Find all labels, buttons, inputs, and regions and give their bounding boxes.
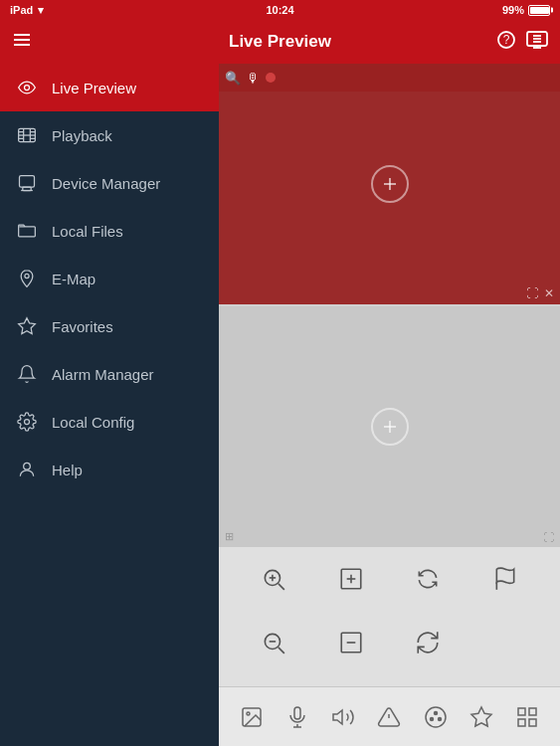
status-time: 10:24	[266, 4, 293, 16]
sidebar-label-live-preview: Live Preview	[52, 80, 136, 96]
svg-point-55	[438, 717, 441, 720]
status-bar-right: 99%	[502, 4, 550, 16]
carrier-label: iPad	[10, 4, 33, 16]
close-icon-tr[interactable]: ✕	[544, 286, 554, 300]
toolbar-row-1	[219, 547, 560, 611]
add-button-bottom[interactable]	[371, 408, 409, 446]
content-area: 🔍 🎙 ⛶ ✕ ⊞ ⛶	[219, 64, 560, 746]
collapse-button[interactable]	[316, 621, 386, 664]
sidebar-label-playback: Playback	[52, 127, 112, 144]
zoom-strip-icon[interactable]: 🔍	[225, 71, 241, 86]
empty-slot	[470, 621, 540, 664]
record-dot[interactable]	[266, 73, 276, 83]
video-cell-top-left: 🔍 🎙 ⛶ ✕	[219, 64, 560, 304]
dock-grid-button[interactable]	[507, 697, 547, 737]
svg-point-12	[25, 86, 30, 91]
status-bar: iPad ▾ 10:24 99%	[0, 0, 560, 20]
dock-palette-button[interactable]	[416, 697, 456, 737]
sidebar-item-playback[interactable]: Playback	[0, 111, 219, 159]
main-layout: Live Preview Playback Device Manager Loc…	[0, 64, 560, 746]
svg-point-52	[426, 707, 446, 727]
svg-point-45	[247, 712, 250, 715]
svg-rect-58	[518, 719, 525, 726]
sidebar-item-alarm-manager[interactable]: Alarm Manager	[0, 350, 219, 398]
sidebar-item-device-manager[interactable]: Device Manager	[0, 159, 219, 207]
battery-percent: 99%	[502, 4, 524, 16]
svg-rect-46	[294, 707, 300, 719]
svg-point-25	[25, 420, 30, 425]
svg-point-26	[24, 463, 31, 469]
dock-warning-button[interactable]	[369, 697, 409, 737]
svg-point-24	[25, 274, 29, 278]
sidebar-item-live-preview[interactable]: Live Preview	[0, 64, 219, 111]
svg-rect-56	[518, 708, 525, 715]
svg-point-53	[430, 717, 433, 720]
help-icon[interactable]: ?	[496, 30, 516, 55]
video-cell-bottom-left: ⊞ ⛶	[219, 306, 560, 547]
star-icon	[16, 315, 38, 337]
fullscreen-icon-tr[interactable]: ⛶	[526, 286, 538, 300]
battery-icon	[528, 5, 550, 16]
page-title: Live Preview	[229, 32, 331, 52]
sidebar-item-e-map[interactable]: E-Map	[0, 255, 219, 302]
expand-button[interactable]	[316, 557, 386, 601]
svg-line-32	[279, 584, 284, 590]
video-bottom-right-coords: ⛶	[543, 531, 554, 543]
device-icon	[16, 172, 38, 194]
sidebar-label-help: Help	[52, 462, 83, 478]
zoom-out-button[interactable]	[239, 621, 308, 664]
mic-strip-icon[interactable]: 🎙	[247, 71, 260, 86]
svg-point-54	[434, 711, 437, 714]
sidebar-item-help[interactable]: Help	[0, 446, 219, 493]
video-bottom-left-coords: ⊞	[225, 530, 234, 543]
cycle-button[interactable]	[394, 621, 464, 664]
video-overlay-br-top: ⛶ ✕	[520, 282, 560, 304]
wifi-icon: ▾	[38, 4, 44, 17]
sidebar-label-local-files: Local Files	[52, 223, 123, 240]
map-pin-icon	[16, 268, 38, 289]
flag-button[interactable]	[470, 557, 540, 601]
display-icon[interactable]	[526, 30, 548, 55]
person-icon	[16, 459, 38, 480]
sidebar: Live Preview Playback Device Manager Loc…	[0, 64, 219, 746]
bottom-toolbar	[219, 547, 560, 746]
dock-image-button[interactable]	[232, 697, 272, 737]
bell-icon	[16, 363, 38, 385]
svg-rect-57	[529, 708, 536, 715]
bottom-dock	[219, 686, 560, 746]
status-bar-left: iPad ▾	[10, 4, 44, 17]
sidebar-item-local-files[interactable]: Local Files	[0, 207, 219, 255]
sidebar-label-alarm-manager: Alarm Manager	[52, 366, 154, 383]
add-button-top[interactable]	[371, 165, 409, 203]
eye-icon	[16, 77, 38, 98]
header-left	[12, 30, 32, 55]
app-header: Live Preview ?	[0, 20, 560, 64]
svg-line-40	[279, 648, 284, 653]
svg-text:?: ?	[503, 33, 510, 47]
dock-volume-button[interactable]	[323, 697, 363, 737]
folder-icon	[16, 220, 38, 242]
svg-marker-49	[333, 710, 342, 724]
sidebar-label-device-manager: Device Manager	[52, 175, 160, 192]
menu-icon[interactable]	[12, 30, 32, 55]
dock-mic-button[interactable]	[278, 697, 317, 737]
rotate-button[interactable]	[394, 557, 464, 601]
toolbar-row-2	[219, 611, 560, 674]
sidebar-item-local-config[interactable]: Local Config	[0, 398, 219, 446]
header-right: ?	[496, 30, 548, 55]
sidebar-label-favorites: Favorites	[52, 318, 113, 335]
gear-icon	[16, 411, 38, 433]
svg-rect-21	[20, 176, 35, 188]
sidebar-item-favorites[interactable]: Favorites	[0, 302, 219, 350]
svg-rect-59	[529, 719, 536, 726]
dock-star-button[interactable]	[462, 697, 501, 737]
cell-toolbar-top: 🔍 🎙	[219, 64, 560, 92]
film-icon	[16, 124, 38, 146]
sidebar-label-e-map: E-Map	[52, 271, 95, 287]
zoom-in-button[interactable]	[239, 557, 308, 601]
sidebar-label-local-config: Local Config	[52, 414, 134, 431]
